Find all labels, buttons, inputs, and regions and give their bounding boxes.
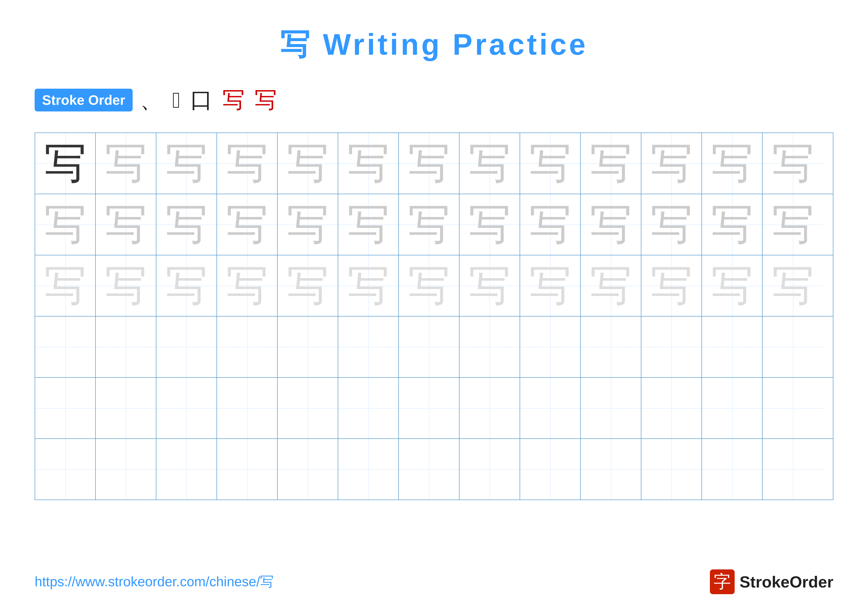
grid-cell[interactable] bbox=[338, 378, 399, 438]
grid-cell[interactable] bbox=[96, 378, 157, 438]
practice-char: 写 bbox=[590, 265, 632, 307]
grid-cell[interactable] bbox=[520, 439, 581, 500]
grid-cell[interactable]: 写 bbox=[641, 255, 702, 316]
grid-cell[interactable]: 写 bbox=[763, 133, 823, 194]
grid-cell[interactable]: 写 bbox=[157, 255, 217, 316]
grid-cell[interactable]: 写 bbox=[277, 133, 338, 194]
grid-cell[interactable] bbox=[581, 317, 641, 377]
grid-cell[interactable]: 写 bbox=[641, 194, 702, 255]
grid-cell[interactable]: 写 bbox=[217, 133, 277, 194]
grid-cell[interactable] bbox=[399, 378, 459, 438]
practice-char: 写 bbox=[44, 265, 86, 307]
grid-cell[interactable] bbox=[35, 317, 96, 377]
practice-char: 写 bbox=[287, 265, 329, 307]
grid-cell[interactable]: 写 bbox=[157, 194, 217, 255]
grid-cell[interactable]: 写 bbox=[641, 133, 702, 194]
grid-cell[interactable] bbox=[459, 378, 520, 438]
grid-cell[interactable]: 写 bbox=[338, 133, 399, 194]
grid-cell[interactable] bbox=[35, 378, 96, 438]
grid-cell[interactable]: 写 bbox=[399, 255, 459, 316]
grid-cell[interactable] bbox=[277, 439, 338, 500]
grid-cell[interactable]: 写 bbox=[581, 194, 641, 255]
grid-cell[interactable] bbox=[399, 317, 459, 377]
grid-cell[interactable] bbox=[702, 317, 763, 377]
grid-cell[interactable] bbox=[96, 317, 157, 377]
page-title: 写 Writing Practice bbox=[0, 25, 868, 65]
grid-cell[interactable]: 写 bbox=[763, 255, 823, 316]
grid-cell[interactable]: 写 bbox=[338, 255, 399, 316]
grid-cell[interactable] bbox=[35, 439, 96, 500]
grid-cell[interactable] bbox=[702, 439, 763, 500]
grid-cell[interactable] bbox=[277, 317, 338, 377]
grid-cell[interactable]: 写 bbox=[35, 194, 96, 255]
grid-cell[interactable]: 写 bbox=[96, 133, 157, 194]
grid-cell[interactable]: 写 bbox=[96, 255, 157, 316]
grid-cell[interactable]: 写 bbox=[702, 133, 763, 194]
practice-char: 写 bbox=[166, 204, 208, 246]
practice-char: 写 bbox=[105, 265, 147, 307]
stroke-4: 写 bbox=[222, 85, 245, 115]
grid-cell[interactable]: 写 bbox=[459, 133, 520, 194]
grid-cell[interactable] bbox=[157, 317, 217, 377]
grid-cell[interactable]: 写 bbox=[338, 194, 399, 255]
practice-char: 写 bbox=[44, 142, 86, 185]
grid-cell[interactable]: 写 bbox=[96, 194, 157, 255]
grid-cell[interactable]: 写 bbox=[277, 255, 338, 316]
practice-char: 写 bbox=[529, 204, 571, 246]
grid-cell[interactable]: 写 bbox=[217, 194, 277, 255]
grid-cell[interactable]: 写 bbox=[581, 133, 641, 194]
grid-cell[interactable] bbox=[338, 439, 399, 500]
grid-cell[interactable]: 写 bbox=[702, 194, 763, 255]
grid-cell[interactable] bbox=[459, 317, 520, 377]
grid-cell[interactable]: 写 bbox=[399, 133, 459, 194]
grid-row-1: 写写写写写写写写写写写写写 bbox=[35, 194, 833, 255]
grid-cell[interactable] bbox=[641, 317, 702, 377]
grid-cell[interactable] bbox=[763, 378, 823, 438]
grid-cell[interactable] bbox=[157, 439, 217, 500]
grid-cell[interactable]: 写 bbox=[35, 255, 96, 316]
practice-char: 写 bbox=[529, 142, 571, 185]
practice-char: 写 bbox=[651, 142, 693, 185]
practice-char: 写 bbox=[408, 265, 450, 307]
grid-cell[interactable] bbox=[96, 439, 157, 500]
practice-char: 写 bbox=[408, 204, 450, 246]
grid-cell[interactable] bbox=[520, 378, 581, 438]
grid-cell[interactable] bbox=[641, 439, 702, 500]
practice-char: 写 bbox=[469, 204, 511, 246]
grid-cell[interactable]: 写 bbox=[399, 194, 459, 255]
stroke-order-section: Stroke Order 、 𠃌 口 写 写 bbox=[35, 85, 868, 115]
grid-cell[interactable] bbox=[520, 317, 581, 377]
grid-cell[interactable]: 写 bbox=[520, 255, 581, 316]
grid-cell[interactable]: 写 bbox=[702, 255, 763, 316]
grid-cell[interactable] bbox=[399, 439, 459, 500]
grid-cell[interactable] bbox=[581, 378, 641, 438]
grid-cell[interactable] bbox=[763, 317, 823, 377]
practice-char: 写 bbox=[711, 142, 753, 185]
grid-cell[interactable]: 写 bbox=[277, 194, 338, 255]
practice-char: 写 bbox=[347, 204, 389, 246]
grid-cell[interactable] bbox=[217, 317, 277, 377]
grid-cell[interactable] bbox=[277, 378, 338, 438]
grid-cell[interactable]: 写 bbox=[581, 255, 641, 316]
grid-cell[interactable] bbox=[581, 439, 641, 500]
grid-cell[interactable] bbox=[702, 378, 763, 438]
stroke-order-badge: Stroke Order bbox=[35, 89, 133, 112]
grid-cell[interactable]: 写 bbox=[520, 194, 581, 255]
grid-cell[interactable]: 写 bbox=[35, 133, 96, 194]
grid-cell[interactable] bbox=[157, 378, 217, 438]
grid-cell[interactable]: 写 bbox=[520, 133, 581, 194]
grid-cell[interactable]: 写 bbox=[459, 194, 520, 255]
grid-cell[interactable] bbox=[217, 378, 277, 438]
practice-char: 写 bbox=[347, 142, 389, 185]
grid-cell[interactable] bbox=[217, 439, 277, 500]
grid-cell[interactable]: 写 bbox=[157, 133, 217, 194]
grid-cell[interactable] bbox=[641, 378, 702, 438]
footer: https://www.strokeorder.com/chinese/写 字 … bbox=[35, 569, 833, 594]
grid-cell[interactable] bbox=[459, 439, 520, 500]
grid-cell[interactable]: 写 bbox=[217, 255, 277, 316]
grid-cell[interactable] bbox=[763, 439, 823, 500]
grid-cell[interactable] bbox=[338, 317, 399, 377]
logo-icon: 字 bbox=[710, 569, 735, 594]
grid-cell[interactable]: 写 bbox=[459, 255, 520, 316]
grid-cell[interactable]: 写 bbox=[763, 194, 823, 255]
